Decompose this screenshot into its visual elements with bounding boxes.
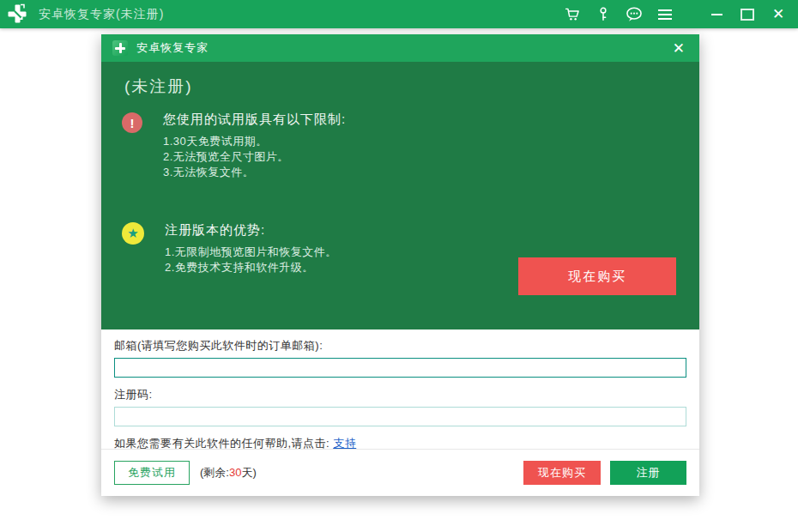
email-input[interactable] (114, 358, 686, 378)
minimize-button[interactable] (707, 5, 726, 24)
trial-limitations-heading: 您使用的试用版具有以下限制: (163, 112, 346, 128)
window-title: 安卓恢复专家(未注册) (39, 7, 164, 22)
dialog-header: 安卓恢复专家 ✕ (101, 34, 699, 62)
advantages-heading: 注册版本的优势: (165, 222, 337, 239)
registration-code-input[interactable] (114, 407, 686, 426)
dialog-app-icon (112, 40, 128, 56)
key-icon[interactable] (594, 5, 613, 24)
trial-limitations-section: ! 您使用的试用版具有以下限制: 1.30天免费试用期。 2.无法预览全尺寸图片… (122, 112, 346, 180)
days-remaining-value: 30 (229, 466, 241, 479)
registered-advantages-section: ★ 注册版本的优势: 1.无限制地预览图片和恢复文件。 2.免费技术支持和软件升… (122, 222, 337, 275)
register-button[interactable]: 注册 (610, 461, 686, 485)
buy-now-primary-button[interactable]: 现在购买 (518, 257, 676, 295)
buy-now-footer-button[interactable]: 现在购买 (523, 461, 601, 485)
dialog-title: 安卓恢复专家 (136, 40, 209, 56)
dialog-footer: 免费试用 (剩余:30天) 现在购买 注册 (101, 449, 699, 496)
warning-icon: ! (122, 112, 142, 133)
advantage-item: 1.无限制地预览图片和恢复文件。 (165, 245, 337, 260)
menu-icon[interactable] (656, 5, 674, 24)
registration-code-label: 注册码: (114, 378, 686, 402)
dialog-green-panel: (未注册) ! 您使用的试用版具有以下限制: 1.30天免费试用期。 2.无法预… (101, 62, 699, 329)
chat-icon[interactable] (625, 5, 644, 24)
unregistered-heading: (未注册) (124, 76, 193, 98)
support-link[interactable]: 支持 (333, 437, 356, 450)
help-text: 如果您需要有关此软件的任何帮助,请点击: (114, 437, 329, 450)
maximize-button[interactable] (738, 5, 757, 24)
titlebar: 安卓恢复专家(未注册) (0, 0, 798, 28)
trial-limit-item: 2.无法预览全尺寸图片。 (163, 149, 346, 165)
close-window-button[interactable]: ✕ (769, 5, 788, 24)
days-remaining-text: (剩余:30天) (200, 465, 257, 481)
trial-limit-item: 3.无法恢复文件。 (163, 165, 346, 180)
registration-dialog: 安卓恢复专家 ✕ (未注册) ! 您使用的试用版具有以下限制: 1.30天免费试… (101, 34, 699, 496)
app-logo-icon (6, 3, 29, 26)
trial-limit-item: 1.30天免费试用期。 (163, 134, 346, 149)
dialog-close-icon[interactable]: ✕ (669, 39, 688, 57)
free-trial-button[interactable]: 免费试用 (114, 461, 190, 485)
email-label: 邮箱(请填写您购买此软件时的订单邮箱): (114, 329, 686, 354)
star-icon: ★ (122, 222, 144, 245)
cart-icon[interactable] (563, 5, 582, 24)
advantage-item: 2.免费技术支持和软件升级。 (165, 260, 337, 275)
